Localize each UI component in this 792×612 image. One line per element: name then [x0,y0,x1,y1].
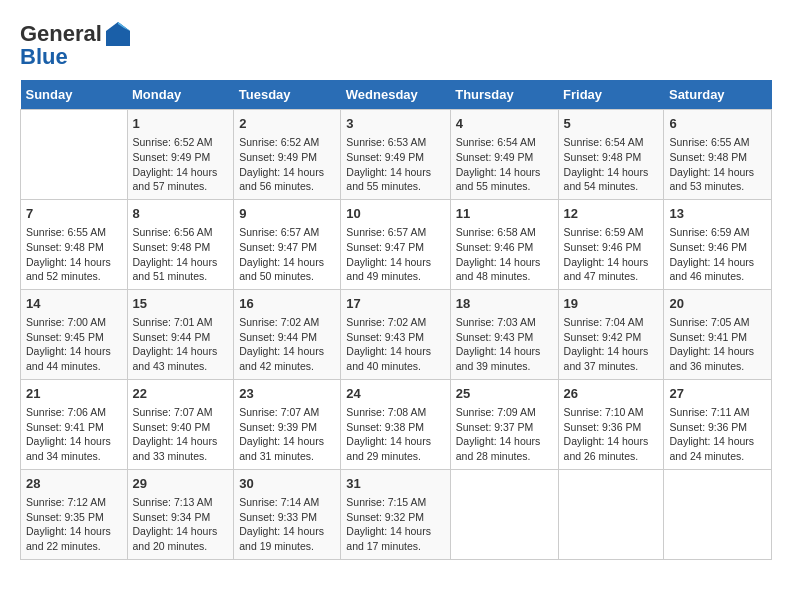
calendar-cell: 30Sunrise: 7:14 AMSunset: 9:33 PMDayligh… [234,469,341,559]
cell-content: Sunrise: 6:52 AMSunset: 9:49 PMDaylight:… [133,135,229,194]
day-number: 8 [133,205,229,223]
day-number: 30 [239,475,335,493]
calendar-cell: 14Sunrise: 7:00 AMSunset: 9:45 PMDayligh… [21,289,128,379]
day-number: 11 [456,205,553,223]
day-number: 21 [26,385,122,403]
day-number: 12 [564,205,659,223]
day-number: 17 [346,295,444,313]
calendar-cell: 17Sunrise: 7:02 AMSunset: 9:43 PMDayligh… [341,289,450,379]
days-header-row: SundayMondayTuesdayWednesdayThursdayFrid… [21,80,772,110]
cell-content: Sunrise: 7:12 AMSunset: 9:35 PMDaylight:… [26,495,122,554]
day-number: 15 [133,295,229,313]
calendar-cell: 9Sunrise: 6:57 AMSunset: 9:47 PMDaylight… [234,199,341,289]
cell-content: Sunrise: 7:14 AMSunset: 9:33 PMDaylight:… [239,495,335,554]
calendar-cell: 26Sunrise: 7:10 AMSunset: 9:36 PMDayligh… [558,379,664,469]
calendar-cell: 27Sunrise: 7:11 AMSunset: 9:36 PMDayligh… [664,379,772,469]
day-number: 9 [239,205,335,223]
calendar-cell: 16Sunrise: 7:02 AMSunset: 9:44 PMDayligh… [234,289,341,379]
calendar-cell: 7Sunrise: 6:55 AMSunset: 9:48 PMDaylight… [21,199,128,289]
calendar-cell: 3Sunrise: 6:53 AMSunset: 9:49 PMDaylight… [341,110,450,200]
calendar-cell: 25Sunrise: 7:09 AMSunset: 9:37 PMDayligh… [450,379,558,469]
cell-content: Sunrise: 7:09 AMSunset: 9:37 PMDaylight:… [456,405,553,464]
day-number: 16 [239,295,335,313]
calendar-cell: 19Sunrise: 7:04 AMSunset: 9:42 PMDayligh… [558,289,664,379]
cell-content: Sunrise: 7:15 AMSunset: 9:32 PMDaylight:… [346,495,444,554]
calendar-cell: 21Sunrise: 7:06 AMSunset: 9:41 PMDayligh… [21,379,128,469]
day-number: 23 [239,385,335,403]
week-row-1: 1Sunrise: 6:52 AMSunset: 9:49 PMDaylight… [21,110,772,200]
cell-content: Sunrise: 6:58 AMSunset: 9:46 PMDaylight:… [456,225,553,284]
day-number: 7 [26,205,122,223]
day-number: 20 [669,295,766,313]
day-number: 24 [346,385,444,403]
cell-content: Sunrise: 7:07 AMSunset: 9:40 PMDaylight:… [133,405,229,464]
calendar-cell: 10Sunrise: 6:57 AMSunset: 9:47 PMDayligh… [341,199,450,289]
cell-content: Sunrise: 6:59 AMSunset: 9:46 PMDaylight:… [564,225,659,284]
cell-content: Sunrise: 6:54 AMSunset: 9:49 PMDaylight:… [456,135,553,194]
cell-content: Sunrise: 6:52 AMSunset: 9:49 PMDaylight:… [239,135,335,194]
day-number: 1 [133,115,229,133]
cell-content: Sunrise: 7:06 AMSunset: 9:41 PMDaylight:… [26,405,122,464]
calendar-cell [664,469,772,559]
calendar-cell: 22Sunrise: 7:07 AMSunset: 9:40 PMDayligh… [127,379,234,469]
cell-content: Sunrise: 6:56 AMSunset: 9:48 PMDaylight:… [133,225,229,284]
calendar-cell: 2Sunrise: 6:52 AMSunset: 9:49 PMDaylight… [234,110,341,200]
logo-container: General Blue [20,20,132,70]
cell-content: Sunrise: 7:01 AMSunset: 9:44 PMDaylight:… [133,315,229,374]
day-number: 25 [456,385,553,403]
calendar-cell [558,469,664,559]
cell-content: Sunrise: 6:57 AMSunset: 9:47 PMDaylight:… [239,225,335,284]
calendar-cell: 12Sunrise: 6:59 AMSunset: 9:46 PMDayligh… [558,199,664,289]
header-saturday: Saturday [664,80,772,110]
day-number: 14 [26,295,122,313]
cell-content: Sunrise: 7:04 AMSunset: 9:42 PMDaylight:… [564,315,659,374]
header-sunday: Sunday [21,80,128,110]
cell-content: Sunrise: 7:05 AMSunset: 9:41 PMDaylight:… [669,315,766,374]
cell-content: Sunrise: 6:55 AMSunset: 9:48 PMDaylight:… [26,225,122,284]
day-number: 31 [346,475,444,493]
day-number: 13 [669,205,766,223]
day-number: 26 [564,385,659,403]
cell-content: Sunrise: 6:55 AMSunset: 9:48 PMDaylight:… [669,135,766,194]
calendar-cell: 6Sunrise: 6:55 AMSunset: 9:48 PMDaylight… [664,110,772,200]
calendar-cell: 8Sunrise: 6:56 AMSunset: 9:48 PMDaylight… [127,199,234,289]
header-thursday: Thursday [450,80,558,110]
calendar-cell: 5Sunrise: 6:54 AMSunset: 9:48 PMDaylight… [558,110,664,200]
cell-content: Sunrise: 6:59 AMSunset: 9:46 PMDaylight:… [669,225,766,284]
calendar-cell: 13Sunrise: 6:59 AMSunset: 9:46 PMDayligh… [664,199,772,289]
calendar-cell [21,110,128,200]
cell-content: Sunrise: 7:03 AMSunset: 9:43 PMDaylight:… [456,315,553,374]
calendar-cell: 29Sunrise: 7:13 AMSunset: 9:34 PMDayligh… [127,469,234,559]
header-friday: Friday [558,80,664,110]
cell-content: Sunrise: 7:13 AMSunset: 9:34 PMDaylight:… [133,495,229,554]
day-number: 19 [564,295,659,313]
calendar-cell: 4Sunrise: 6:54 AMSunset: 9:49 PMDaylight… [450,110,558,200]
header-monday: Monday [127,80,234,110]
cell-content: Sunrise: 7:02 AMSunset: 9:43 PMDaylight:… [346,315,444,374]
logo-bird-icon [104,20,132,48]
header: General Blue [20,20,772,70]
calendar-cell: 24Sunrise: 7:08 AMSunset: 9:38 PMDayligh… [341,379,450,469]
header-tuesday: Tuesday [234,80,341,110]
calendar-cell: 11Sunrise: 6:58 AMSunset: 9:46 PMDayligh… [450,199,558,289]
cell-content: Sunrise: 7:11 AMSunset: 9:36 PMDaylight:… [669,405,766,464]
calendar-cell: 20Sunrise: 7:05 AMSunset: 9:41 PMDayligh… [664,289,772,379]
cell-content: Sunrise: 7:02 AMSunset: 9:44 PMDaylight:… [239,315,335,374]
week-row-5: 28Sunrise: 7:12 AMSunset: 9:35 PMDayligh… [21,469,772,559]
calendar-cell: 28Sunrise: 7:12 AMSunset: 9:35 PMDayligh… [21,469,128,559]
cell-content: Sunrise: 6:53 AMSunset: 9:49 PMDaylight:… [346,135,444,194]
day-number: 2 [239,115,335,133]
day-number: 27 [669,385,766,403]
cell-content: Sunrise: 7:07 AMSunset: 9:39 PMDaylight:… [239,405,335,464]
cell-content: Sunrise: 7:08 AMSunset: 9:38 PMDaylight:… [346,405,444,464]
cell-content: Sunrise: 7:10 AMSunset: 9:36 PMDaylight:… [564,405,659,464]
cell-content: Sunrise: 6:57 AMSunset: 9:47 PMDaylight:… [346,225,444,284]
calendar-table: SundayMondayTuesdayWednesdayThursdayFrid… [20,80,772,560]
cell-content: Sunrise: 7:00 AMSunset: 9:45 PMDaylight:… [26,315,122,374]
week-row-2: 7Sunrise: 6:55 AMSunset: 9:48 PMDaylight… [21,199,772,289]
calendar-cell: 23Sunrise: 7:07 AMSunset: 9:39 PMDayligh… [234,379,341,469]
day-number: 18 [456,295,553,313]
day-number: 29 [133,475,229,493]
calendar-cell: 15Sunrise: 7:01 AMSunset: 9:44 PMDayligh… [127,289,234,379]
calendar-cell: 1Sunrise: 6:52 AMSunset: 9:49 PMDaylight… [127,110,234,200]
